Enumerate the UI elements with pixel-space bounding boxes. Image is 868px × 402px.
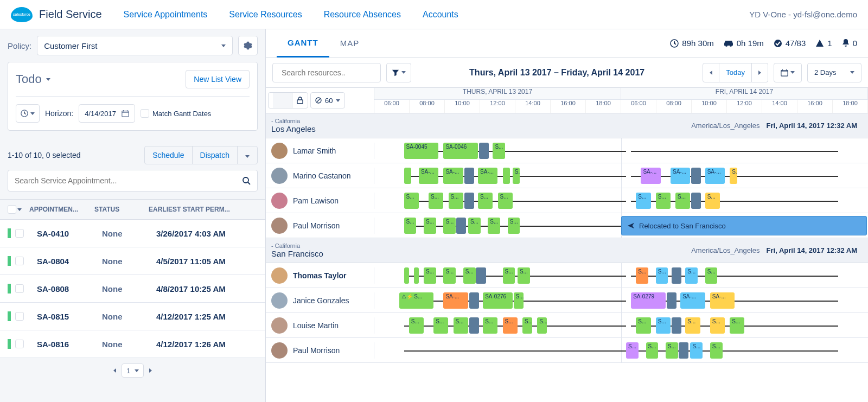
- appointment-block[interactable]: SA-...: [710, 292, 735, 309]
- appointment-block[interactable]: S...: [498, 193, 513, 209]
- resource-timeline[interactable]: S...S...S...S...S...S...S...S...S...: [374, 263, 868, 288]
- nav-resource-absences[interactable]: Resource Absences: [324, 10, 401, 20]
- dispatch-button[interactable]: Dispatch: [192, 146, 237, 164]
- policy-select[interactable]: Customer First: [37, 36, 233, 55]
- row-checkbox[interactable]: [15, 312, 37, 321]
- time-filter-button[interactable]: [16, 104, 40, 123]
- appointment-block[interactable]: S...: [705, 267, 718, 284]
- appointment-block[interactable]: [414, 267, 419, 284]
- resource-cell[interactable]: Pam Lawison: [266, 193, 374, 209]
- list-view-selector[interactable]: Todo: [16, 72, 180, 86]
- prev-page-button[interactable]: [113, 368, 116, 373]
- today-button[interactable]: Today: [719, 63, 752, 82]
- appointment-block[interactable]: S...: [483, 317, 497, 334]
- appointment-block[interactable]: [679, 342, 688, 359]
- appointment-block[interactable]: [503, 168, 510, 184]
- col-status[interactable]: STATUS: [94, 206, 149, 213]
- match-gantt-checkbox[interactable]: Match Gantt Dates: [141, 109, 211, 118]
- appointment-block[interactable]: [456, 218, 466, 234]
- appointment-block[interactable]: S...: [514, 292, 524, 309]
- table-row[interactable]: SA-0410 None 3/26/2017 4:03 AM: [0, 220, 265, 247]
- col-appointment[interactable]: APPOINTMEN...: [29, 206, 94, 213]
- appointment-block[interactable]: S...: [488, 218, 500, 234]
- nav-service-appointments[interactable]: Service Appointments: [124, 10, 208, 20]
- row-checkbox[interactable]: [15, 284, 37, 293]
- nav-accounts[interactable]: Accounts: [423, 10, 458, 20]
- resource-cell[interactable]: Lamar Smith: [266, 143, 374, 159]
- appointment-block[interactable]: S...: [636, 193, 650, 209]
- table-row[interactable]: SA-0804 None 4/5/2017 11:05 AM: [0, 247, 265, 275]
- appointment-block[interactable]: S...: [646, 342, 659, 359]
- appointment-block[interactable]: S...: [433, 317, 448, 334]
- resource-cell[interactable]: Paul Morrison: [266, 218, 374, 234]
- appointment-block[interactable]: [464, 193, 474, 209]
- appointment-block[interactable]: S...: [656, 317, 671, 334]
- next-day-button[interactable]: [752, 63, 768, 82]
- resource-timeline[interactable]: ⚠⚡ S...SA-...SA-0276S...SA-0279SA-...SA-…: [374, 288, 868, 312]
- row-checkbox[interactable]: [15, 257, 37, 265]
- tab-gantt[interactable]: GANTT: [277, 29, 329, 58]
- resource-timeline[interactable]: S...S...S...S...S...S...S...S...S...S...…: [374, 313, 868, 337]
- appointment-block[interactable]: SA-...: [443, 168, 463, 184]
- appointment-block[interactable]: S...: [478, 193, 493, 209]
- appointment-block[interactable]: S...: [404, 218, 417, 234]
- appointment-block[interactable]: S...: [730, 168, 737, 184]
- nav-service-resources[interactable]: Service Resources: [229, 10, 302, 20]
- appointment-block[interactable]: S...: [705, 193, 720, 209]
- appointment-block[interactable]: SA-0045: [404, 143, 439, 159]
- appointment-block[interactable]: S...: [463, 267, 476, 284]
- territory-header[interactable]: - CaliforniaLos Angeles America/Los_Ange…: [266, 113, 868, 138]
- appointment-block[interactable]: [404, 168, 412, 184]
- appointment-block[interactable]: [469, 317, 479, 334]
- appointment-block[interactable]: SA-...: [641, 168, 660, 184]
- resource-timeline[interactable]: S...S...S...S...S...: [374, 338, 868, 362]
- select-all-checkbox[interactable]: [8, 205, 29, 214]
- appointment-block[interactable]: S...: [468, 218, 481, 234]
- appointment-block[interactable]: S...: [454, 317, 468, 334]
- appointment-block[interactable]: SA-0276: [483, 292, 513, 309]
- appointment-block[interactable]: S...: [626, 342, 639, 359]
- appointment-block[interactable]: S...: [443, 267, 456, 284]
- resource-cell[interactable]: Paul Morrison: [266, 342, 374, 359]
- appointment-block[interactable]: [672, 267, 681, 284]
- appointment-block[interactable]: [479, 143, 489, 159]
- more-actions-button[interactable]: [237, 146, 257, 164]
- appointment-block[interactable]: S...: [424, 218, 436, 234]
- appointment-block[interactable]: S...: [503, 317, 518, 334]
- schedule-button[interactable]: Schedule: [145, 146, 192, 164]
- appointment-block[interactable]: S...: [443, 218, 456, 234]
- appointment-block[interactable]: SA-...: [680, 292, 705, 309]
- next-page-button[interactable]: [149, 368, 152, 373]
- appointment-block[interactable]: [667, 292, 676, 309]
- appointment-block[interactable]: S...: [656, 267, 668, 284]
- appointment-block[interactable]: SA-0046: [443, 143, 478, 159]
- filter-button[interactable]: [386, 63, 411, 82]
- table-row[interactable]: SA-0815 None 4/12/2017 1:25 AM: [0, 303, 265, 330]
- resource-cell[interactable]: Louise Martin: [266, 317, 374, 334]
- resource-cell[interactable]: Janice Gonzales: [266, 292, 374, 309]
- appointment-block[interactable]: SA-...: [705, 168, 725, 184]
- appointment-block[interactable]: S...: [710, 317, 725, 334]
- row-checkbox[interactable]: [15, 340, 37, 348]
- table-row[interactable]: SA-0808 None 4/8/2017 10:25 AM: [0, 275, 265, 303]
- resource-cell[interactable]: Marino Castanon: [266, 168, 374, 184]
- appointment-block[interactable]: S...: [508, 218, 520, 234]
- resource-search[interactable]: [272, 63, 381, 82]
- appointment-block[interactable]: S...: [518, 267, 530, 284]
- appointment-block[interactable]: S...: [690, 342, 703, 359]
- appointment-block[interactable]: [404, 267, 409, 284]
- relocation-banner[interactable]: Relocated to San Francisco: [621, 216, 867, 235]
- resource-timeline[interactable]: SA-...SA-...SA-...S...SA-...SA-...SA-...…: [374, 163, 868, 188]
- appointment-block[interactable]: SA-...: [478, 168, 497, 184]
- col-earliest-start[interactable]: EARLIEST START PERM...: [149, 206, 258, 213]
- appointment-block[interactable]: S...: [675, 193, 690, 209]
- table-row[interactable]: SA-0816 None 4/12/2017 1:26 AM: [0, 330, 265, 358]
- resource-timeline[interactable]: S...S...S...S...S...S...Relocated to San…: [374, 213, 868, 238]
- calendar-picker-button[interactable]: [774, 63, 802, 82]
- appointment-block[interactable]: S...: [404, 193, 419, 209]
- appointment-block[interactable]: SA-...: [443, 292, 468, 309]
- tab-map[interactable]: MAP: [329, 30, 371, 56]
- appointment-block[interactable]: SA-0279: [631, 292, 666, 309]
- resource-cell[interactable]: Thomas Taylor: [266, 267, 374, 284]
- appointment-block[interactable]: S...: [429, 193, 443, 209]
